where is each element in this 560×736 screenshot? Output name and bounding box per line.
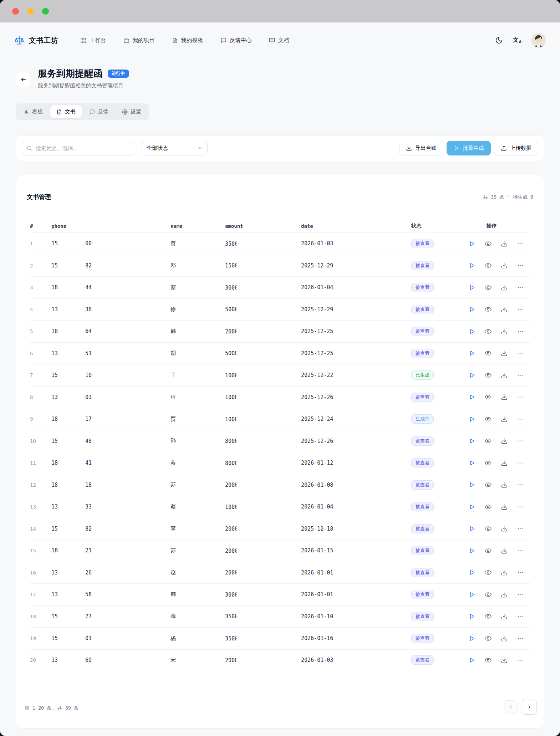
download-row-button[interactable] bbox=[500, 591, 508, 598]
nav-item-docs[interactable]: 文档 bbox=[269, 37, 289, 44]
tab-documents[interactable]: 文书 bbox=[50, 105, 82, 118]
generate-row-button[interactable] bbox=[468, 525, 475, 532]
zoom-window-button[interactable] bbox=[42, 8, 49, 15]
preview-row-button[interactable] bbox=[484, 503, 492, 510]
download-row-button[interactable] bbox=[500, 328, 508, 335]
back-button[interactable] bbox=[16, 72, 31, 87]
tab-feedback[interactable]: 反馈 bbox=[83, 105, 114, 118]
minimize-window-button[interactable] bbox=[27, 8, 34, 15]
preview-row-button[interactable] bbox=[484, 394, 492, 401]
generate-row-button[interactable] bbox=[468, 240, 475, 247]
preview-row-button[interactable] bbox=[484, 284, 492, 291]
tab-kanban[interactable]: 看板 bbox=[17, 105, 49, 118]
next-page-button[interactable] bbox=[522, 700, 537, 715]
generate-row-button[interactable] bbox=[468, 635, 475, 642]
download-row-button[interactable] bbox=[500, 415, 508, 423]
generate-row-button[interactable] bbox=[468, 284, 475, 291]
more-actions-button[interactable] bbox=[516, 503, 524, 510]
generate-row-button[interactable] bbox=[468, 415, 475, 423]
download-row-button[interactable] bbox=[500, 547, 508, 554]
download-row-button[interactable] bbox=[500, 569, 508, 576]
download-row-button[interactable] bbox=[500, 525, 508, 532]
preview-row-button[interactable] bbox=[484, 438, 492, 445]
generate-row-button[interactable] bbox=[468, 306, 475, 313]
preview-row-button[interactable] bbox=[484, 350, 492, 357]
more-actions-button[interactable] bbox=[516, 350, 524, 357]
more-actions-button[interactable] bbox=[516, 394, 524, 401]
preview-row-button[interactable] bbox=[484, 372, 492, 379]
generate-row-button[interactable] bbox=[468, 503, 475, 510]
download-row-button[interactable] bbox=[500, 372, 508, 379]
more-actions-button[interactable] bbox=[516, 240, 524, 247]
more-actions-button[interactable] bbox=[516, 459, 524, 466]
generate-row-button[interactable] bbox=[468, 350, 475, 357]
preview-row-button[interactable] bbox=[484, 459, 492, 466]
more-actions-button[interactable] bbox=[516, 613, 524, 620]
preview-row-button[interactable] bbox=[484, 613, 492, 620]
download-row-button[interactable] bbox=[500, 459, 508, 466]
more-actions-button[interactable] bbox=[516, 547, 524, 554]
preview-row-button[interactable] bbox=[484, 415, 492, 423]
generate-row-button[interactable] bbox=[468, 547, 475, 554]
dark-mode-toggle[interactable] bbox=[495, 36, 503, 44]
more-actions-button[interactable] bbox=[516, 306, 524, 313]
more-actions-button[interactable] bbox=[516, 569, 524, 576]
download-row-button[interactable] bbox=[500, 394, 508, 401]
nav-item-feedback-center[interactable]: 反馈中心 bbox=[220, 37, 252, 44]
prev-page-button[interactable] bbox=[504, 700, 518, 714]
download-row-button[interactable] bbox=[500, 284, 508, 291]
generate-row-button[interactable] bbox=[468, 656, 475, 664]
preview-row-button[interactable] bbox=[484, 240, 492, 247]
more-actions-button[interactable] bbox=[516, 438, 524, 445]
download-row-button[interactable] bbox=[500, 438, 508, 445]
generate-row-button[interactable] bbox=[468, 591, 475, 598]
more-actions-button[interactable] bbox=[516, 372, 524, 379]
more-actions-button[interactable] bbox=[516, 284, 524, 291]
nav-item-workbench[interactable]: 工作台 bbox=[80, 37, 106, 44]
language-switcher[interactable]: 文A bbox=[513, 37, 521, 44]
download-row-button[interactable] bbox=[500, 481, 508, 489]
status-filter-select[interactable]: 全部状态 bbox=[142, 141, 208, 155]
generate-row-button[interactable] bbox=[468, 569, 475, 576]
download-row-button[interactable] bbox=[500, 503, 508, 510]
more-actions-button[interactable] bbox=[516, 481, 524, 489]
download-row-button[interactable] bbox=[500, 306, 508, 313]
download-row-button[interactable] bbox=[500, 262, 508, 269]
upload-data-button[interactable]: 上传数据 bbox=[494, 141, 538, 155]
generate-row-button[interactable] bbox=[468, 328, 475, 335]
generate-row-button[interactable] bbox=[468, 481, 475, 489]
preview-row-button[interactable] bbox=[484, 328, 492, 335]
export-ledger-button[interactable]: 导出台账 bbox=[399, 141, 443, 155]
generate-row-button[interactable] bbox=[468, 438, 475, 445]
preview-row-button[interactable] bbox=[484, 481, 492, 489]
preview-row-button[interactable] bbox=[484, 525, 492, 532]
generate-row-button[interactable] bbox=[468, 459, 475, 466]
preview-row-button[interactable] bbox=[484, 306, 492, 313]
generate-row-button[interactable] bbox=[468, 394, 475, 401]
download-row-button[interactable] bbox=[500, 240, 508, 247]
batch-generate-button[interactable]: 批量生成 bbox=[447, 141, 491, 155]
download-row-button[interactable] bbox=[500, 350, 508, 357]
preview-row-button[interactable] bbox=[484, 262, 492, 269]
preview-row-button[interactable] bbox=[484, 656, 492, 664]
generate-row-button[interactable] bbox=[468, 262, 475, 269]
more-actions-button[interactable] bbox=[516, 635, 524, 642]
search-input[interactable] bbox=[36, 145, 131, 151]
generate-row-button[interactable] bbox=[468, 372, 475, 379]
download-row-button[interactable] bbox=[500, 635, 508, 642]
more-actions-button[interactable] bbox=[516, 262, 524, 269]
more-actions-button[interactable] bbox=[516, 328, 524, 335]
more-actions-button[interactable] bbox=[516, 591, 524, 598]
preview-row-button[interactable] bbox=[484, 635, 492, 642]
nav-item-my-templates[interactable]: 我的模板 bbox=[172, 37, 203, 44]
more-actions-button[interactable] bbox=[516, 415, 524, 423]
nav-item-my-projects[interactable]: 我的项目 bbox=[123, 37, 155, 44]
preview-row-button[interactable] bbox=[484, 591, 492, 598]
download-row-button[interactable] bbox=[500, 656, 508, 664]
preview-row-button[interactable] bbox=[484, 547, 492, 554]
download-row-button[interactable] bbox=[500, 613, 508, 620]
tab-settings[interactable]: 设置 bbox=[116, 105, 147, 118]
close-window-button[interactable] bbox=[12, 8, 19, 15]
generate-row-button[interactable] bbox=[468, 613, 475, 620]
more-actions-button[interactable] bbox=[516, 656, 524, 664]
